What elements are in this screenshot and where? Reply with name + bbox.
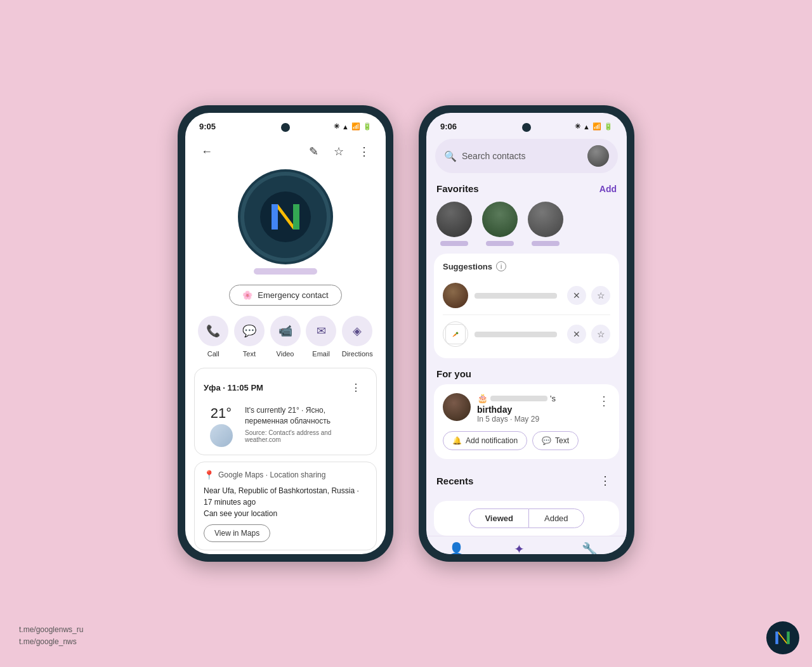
- nav-contacts[interactable]: 👤 Contacts: [444, 541, 469, 554]
- status-icons-2: ✳ ▲ 📶 🔋: [575, 122, 613, 131]
- suggestion-name-2: [475, 332, 561, 337]
- fav-avatar-3: [528, 202, 563, 237]
- maps-card: 📍 Google Maps · Location sharing Near Uf…: [194, 462, 377, 550]
- favorite-3[interactable]: [528, 202, 563, 246]
- svg-rect-7: [787, 631, 790, 644]
- link-1[interactable]: t.me/googlenws_ru: [19, 624, 83, 636]
- recents-tabs: Viewed Added: [442, 508, 612, 528]
- camera-dot: [281, 123, 290, 132]
- weather-more[interactable]: ⋮: [344, 376, 367, 399]
- email-button[interactable]: ✉ Email: [306, 316, 336, 358]
- view-maps-button[interactable]: View in Maps: [204, 524, 270, 542]
- add-notification-button[interactable]: 🔔 Add notification: [443, 431, 527, 450]
- recents-card: Viewed Added: [434, 501, 619, 536]
- emergency-icon: 🌸: [242, 290, 252, 300]
- nav-highlights[interactable]: ✦ Highlights: [504, 541, 535, 554]
- for-you-top: 🎂 's birthday In 5 days · May 29 ⋮: [443, 393, 610, 424]
- text-birthday-button[interactable]: 💬 Text: [532, 431, 579, 450]
- birthday-emoji: 🎂: [477, 393, 488, 403]
- birthday-event-label: birthday: [477, 405, 591, 415]
- favorites-title: Favorites: [436, 183, 479, 194]
- for-you-header: For you: [426, 366, 627, 384]
- emergency-contact-button[interactable]: 🌸 Emergency contact: [229, 285, 341, 306]
- highlights-nav-icon: ✦: [514, 541, 525, 554]
- text-button[interactable]: 💬 Text: [234, 316, 265, 358]
- fav-name-3: [532, 241, 560, 246]
- birthday-person-name-bar: [490, 396, 547, 401]
- fav-avatar-2: [482, 202, 518, 237]
- email-label: Email: [312, 350, 330, 358]
- weather-cloud-icon: [210, 424, 233, 447]
- maps-can-see: Can see your location: [204, 508, 367, 519]
- edit-button[interactable]: ✎: [302, 140, 325, 163]
- star-button[interactable]: ☆: [327, 140, 350, 163]
- n-corner-logo-svg: [771, 626, 794, 649]
- contact-avatar: [244, 176, 327, 258]
- weather-temp: 21°: [211, 405, 232, 422]
- for-you-info: 🎂 's birthday In 5 days · May 29: [477, 393, 591, 424]
- birthday-person-avatar: [443, 393, 471, 421]
- nav-fix-manage[interactable]: 🔧 Fix & manage: [570, 541, 610, 554]
- favorites-row: [426, 199, 627, 254]
- search-icon: 🔍: [444, 150, 457, 162]
- phone1-topbar: ← ✎ ☆ ⋮: [185, 135, 386, 171]
- possessive-s: 's: [550, 394, 556, 403]
- n-logo-corner: [766, 621, 799, 654]
- back-button[interactable]: ←: [195, 140, 218, 163]
- text-label: Text: [243, 350, 256, 358]
- for-you-title: For you: [436, 368, 471, 379]
- for-you-card: 🎂 's birthday In 5 days · May 29 ⋮ 🔔 Add…: [434, 384, 619, 459]
- suggestion-star-1[interactable]: ☆: [591, 286, 610, 305]
- recents-more-button[interactable]: ⋮: [594, 469, 617, 492]
- search-placeholder-text: Search contacts: [462, 151, 582, 161]
- fav-name-1: [440, 241, 468, 246]
- suggestions-title: Suggestions: [443, 262, 492, 271]
- emergency-btn-area: 🌸 Emergency contact: [185, 285, 386, 306]
- recents-added-tab[interactable]: Added: [528, 508, 584, 528]
- info-icon[interactable]: i: [496, 261, 506, 271]
- topbar-right: ✎ ☆ ⋮: [302, 140, 376, 163]
- separator-1: [443, 314, 610, 315]
- maps-location: Near Ufa, Republic of Bashkortostan, Rus…: [204, 485, 367, 508]
- suggestion-name-bar-2: [475, 332, 557, 337]
- contact-name-area: [185, 268, 386, 275]
- video-button[interactable]: 📹 Video: [270, 316, 301, 358]
- weather-desc: It's currently 21° · Ясно, переменная об…: [245, 405, 367, 427]
- maps-header: 📍 Google Maps · Location sharing: [204, 470, 367, 480]
- suggestions-header: Suggestions i: [443, 261, 610, 271]
- suggestion-item-2: 🥕 ✕ ☆: [443, 318, 610, 351]
- svg-rect-4: [293, 204, 299, 230]
- suggestion-dismiss-2[interactable]: ✕: [567, 325, 586, 344]
- add-notification-label: Add notification: [466, 436, 518, 445]
- fix-manage-nav-icon: 🔧: [582, 541, 598, 554]
- maps-title: Google Maps · Location sharing: [218, 470, 325, 479]
- video-icon: 📹: [270, 316, 301, 346]
- for-you-more-button[interactable]: ⋮: [598, 393, 610, 408]
- suggestion-actions-2: ✕ ☆: [567, 325, 610, 344]
- search-bar[interactable]: 🔍 Search contacts: [435, 139, 618, 173]
- weather-source: Source: Contact's address and weather.co…: [245, 429, 367, 443]
- weather-header: Уфа · 11:05 PM ⋮: [204, 376, 367, 399]
- status-time-2: 9:06: [440, 122, 457, 131]
- favorites-header: Favorites Add: [426, 181, 627, 199]
- emergency-label: Emergency contact: [258, 290, 328, 300]
- email-icon: ✉: [306, 316, 336, 346]
- call-label: Call: [207, 350, 219, 358]
- more-button[interactable]: ⋮: [353, 140, 376, 163]
- favorite-2[interactable]: [482, 202, 518, 246]
- status-icons-1: ✳ ▲ 📶 🔋: [334, 122, 372, 131]
- phone-1: 9:05 ✳ ▲ 📶 🔋 ← ✎ ☆ ⋮: [178, 105, 393, 562]
- user-avatar[interactable]: [587, 145, 609, 167]
- call-button[interactable]: 📞 Call: [198, 316, 228, 358]
- favorites-add-button[interactable]: Add: [599, 184, 617, 194]
- favorite-1[interactable]: [436, 202, 472, 246]
- link-2[interactable]: t.me/google_nws: [19, 636, 83, 648]
- svg-rect-2: [272, 204, 278, 230]
- recents-viewed-tab[interactable]: Viewed: [469, 508, 528, 528]
- suggestion-dismiss-1[interactable]: ✕: [567, 286, 586, 305]
- suggestion-avatar-1: [443, 283, 468, 308]
- directions-button[interactable]: ◈ Directions: [342, 316, 373, 358]
- status-time-1: 9:05: [199, 122, 216, 131]
- bell-icon: 🔔: [452, 436, 462, 445]
- suggestion-star-2[interactable]: ☆: [591, 325, 610, 344]
